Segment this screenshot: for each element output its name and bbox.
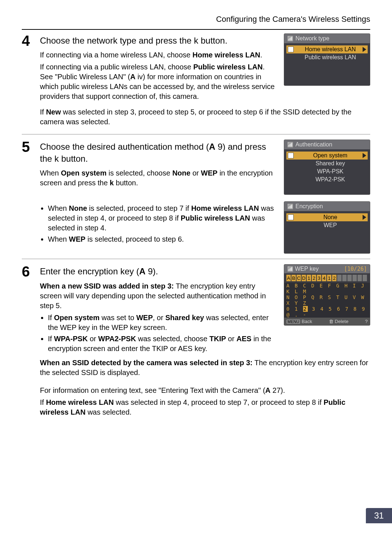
- step-5-number: 5: [22, 140, 34, 254]
- cross-ref-icon: A 27: [265, 386, 281, 394]
- wep-cell: 2: [312, 275, 316, 281]
- wep-cell: [352, 275, 357, 281]
- lcd-wep-key: WEP key [10/26] ABCD123412 A B C D E F G…: [284, 264, 370, 326]
- delete-label: Delete: [335, 319, 348, 324]
- lcd-option-home-lan: Home wireless LAN: [286, 45, 368, 53]
- keyboard-row-1: A B C D E F G H I J K L M: [284, 283, 370, 294]
- lcd-title-text: Authentication: [295, 141, 332, 148]
- lcd-authentication: Authentication Open system Shared key WP…: [284, 140, 370, 195]
- divider: [22, 134, 370, 134]
- lcd-option-wep: WEP: [286, 221, 368, 229]
- lcd-title-text: Network type: [295, 35, 329, 42]
- step-5: 5 Choose the desired authentication meth…: [22, 140, 370, 254]
- wep-cell: 1: [327, 275, 331, 281]
- step-4-title: Choose the network type and press the k …: [40, 35, 277, 47]
- page-number: 31: [366, 508, 392, 523]
- wep-cell: [342, 275, 347, 281]
- ok-button-glyph: k: [194, 36, 198, 45]
- step-6-p2: When an SSID detected by the camera was …: [40, 358, 370, 378]
- wep-cell: 2: [332, 275, 336, 281]
- keyboard-row-3: 0 1 2 3 4 5 6 7 8 9 @ . -: [284, 306, 370, 318]
- trash-icon: 🗑: [329, 319, 334, 324]
- step-4: 4 Choose the network type and press the …: [22, 33, 370, 129]
- step-6: 6 Enter the encryption key (A 9). When a…: [22, 264, 370, 419]
- step-6-bullet-2: If WPA-PSK or WPA2-PSK was selected, cho…: [48, 334, 277, 354]
- step-6-p4: If Home wireless LAN was selected in ste…: [40, 398, 370, 417]
- lcd-option-open-system: Open system: [286, 152, 368, 160]
- wifi-icon: [287, 203, 293, 210]
- ok-button-glyph: k: [110, 179, 114, 187]
- divider: [22, 259, 370, 259]
- lcd-option-wpa-psk: WPA-PSK: [286, 168, 368, 176]
- wep-cell: 4: [322, 275, 326, 281]
- keyboard-row-2: N O P Q R S T U V W X Y Z: [284, 294, 370, 306]
- lcd-title-text: Encryption: [295, 203, 323, 210]
- cross-ref-icon: A 9: [209, 142, 222, 152]
- step-5-p1: When Open system is selected, choose Non…: [40, 168, 277, 188]
- wep-cell: C: [297, 275, 301, 281]
- step-6-p3: For information on entering text, see "E…: [40, 386, 370, 395]
- wep-cell: [337, 275, 342, 281]
- wep-cell: 3: [317, 275, 321, 281]
- wep-cell: D: [302, 275, 306, 281]
- wep-key-input-cells: ABCD123412: [284, 273, 370, 283]
- step-6-title: Enter the encryption key (A 9).: [40, 266, 277, 277]
- cross-ref-icon: A 9: [139, 266, 152, 276]
- step-4-p1: If connecting via a home wireless LAN, c…: [40, 50, 277, 60]
- page: Configuring the Camera's Wireless Settin…: [0, 0, 392, 540]
- wep-cell: [358, 275, 362, 281]
- keyboard-cursor: 2: [303, 306, 308, 312]
- page-header: Configuring the Camera's Wireless Settin…: [22, 15, 370, 24]
- step-5-bullet-2: When WEP is selected, proceed to step 6.: [48, 234, 277, 244]
- back-label: Back: [302, 319, 312, 324]
- wep-cell: A: [286, 275, 291, 281]
- step-4-p2: If connecting via a public wireless LAN,…: [40, 62, 277, 101]
- wep-cell: 1: [307, 275, 311, 281]
- lcd-option-public-lan: Public wireless LAN: [286, 53, 368, 61]
- wifi-icon: [287, 141, 293, 148]
- wep-cell: [347, 275, 352, 281]
- step-6-p1: When a new SSID was added in step 3: The…: [40, 281, 277, 311]
- wep-cell: [363, 275, 367, 281]
- step-4-p3: If New was selected in step 3, proceed t…: [40, 107, 370, 127]
- menu-button-tag: MENU: [286, 319, 300, 324]
- help-icon: ?: [365, 319, 368, 324]
- step-5-title: Choose the desired authentication method…: [40, 141, 277, 165]
- wifi-icon: [287, 266, 293, 272]
- cross-ref-icon: A iv: [130, 73, 143, 81]
- lcd-title-text: WEP key: [295, 266, 319, 272]
- wep-key-counter: [10/26]: [344, 266, 367, 272]
- lcd-option-wpa2-psk: WPA2-PSK: [286, 176, 368, 184]
- ok-button-glyph: k: [54, 154, 59, 164]
- wep-cell: B: [291, 275, 296, 281]
- step-6-bullet-1: If Open system was set to WEP, or Shared…: [48, 313, 277, 333]
- wifi-icon: [287, 35, 293, 42]
- step-5-bullet-1: When None is selected, proceed to step 7…: [48, 203, 277, 233]
- step-6-number: 6: [22, 264, 34, 419]
- lcd-option-shared-key: Shared key: [286, 160, 368, 168]
- lcd-encryption: Encryption None WEP: [284, 201, 370, 254]
- step-4-number: 4: [22, 33, 34, 129]
- header-rule: [22, 29, 370, 30]
- lcd-option-none: None: [286, 213, 368, 221]
- lcd-network-type: Network type Home wireless LAN Public wi…: [284, 33, 370, 86]
